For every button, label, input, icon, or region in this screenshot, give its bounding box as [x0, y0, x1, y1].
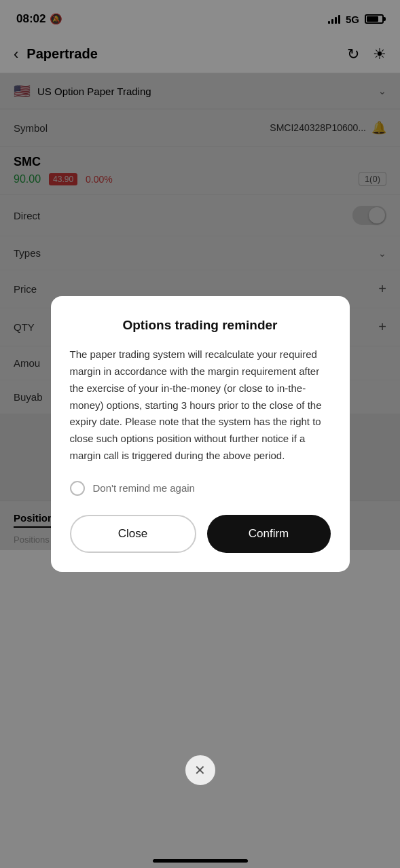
checkbox-row: Don't remind me again — [70, 481, 331, 496]
options-reminder-modal: Options trading reminder The paper tradi… — [51, 296, 350, 571]
close-circle-icon: ✕ — [194, 762, 206, 778]
close-circle-button[interactable]: ✕ — [184, 754, 217, 786]
modal-buttons: Close Confirm — [70, 515, 331, 553]
dont-remind-checkbox[interactable] — [70, 481, 85, 496]
modal-overlay: Options trading reminder The paper tradi… — [0, 0, 400, 868]
modal-title: Options trading reminder — [70, 318, 331, 333]
modal-body: The paper trading system will recalculat… — [70, 346, 331, 464]
confirm-button[interactable]: Confirm — [207, 515, 331, 553]
close-button[interactable]: Close — [70, 515, 196, 553]
dont-remind-label: Don't remind me again — [93, 482, 195, 494]
